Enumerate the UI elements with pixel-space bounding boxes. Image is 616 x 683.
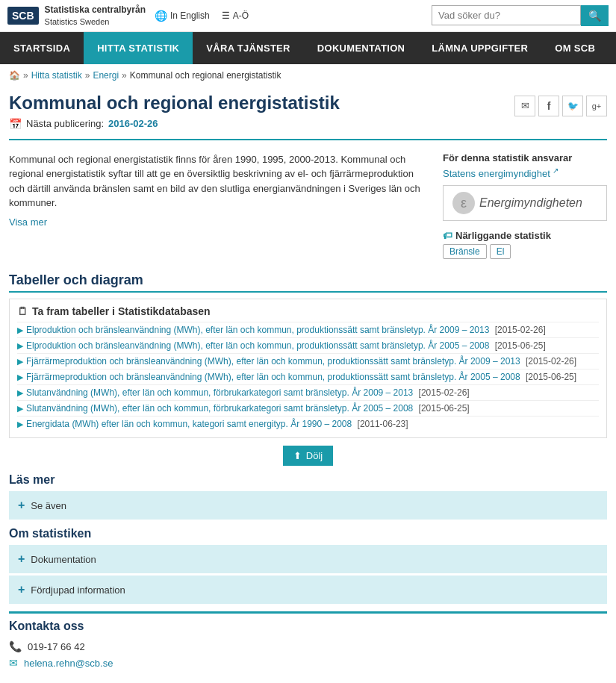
az-link[interactable]: ☰ A-Ö (222, 10, 249, 21)
facebook-icon[interactable]: f (538, 96, 559, 116)
logo-line1: Statistiska centralbyrån (45, 4, 146, 15)
logo-text: Statistiska centralbyrån Statistics Swed… (45, 4, 146, 27)
googleplus-icon[interactable]: g+ (586, 96, 607, 116)
arrow-icon-7: ▶ (17, 420, 23, 429)
nav-lamna-uppgifter[interactable]: LÄMNA UPPGIFTER (418, 32, 541, 64)
contact-title: Kontakta oss (9, 620, 607, 633)
stat-link-7: ▶ Energidata (MWh) efter län och kommun,… (17, 416, 599, 431)
main-description: Kommunal och regional energistatistik fi… (9, 152, 428, 259)
logo-abbr: SCB (7, 7, 39, 25)
stat-link-7-text[interactable]: Energidata (MWh) efter län och kommun, k… (26, 419, 352, 429)
page-header: Kommunal och regional energistatistik ✉ … (0, 87, 616, 133)
top-links: 🌐 In English ☰ A-Ö (155, 10, 423, 22)
contact-section: Kontakta oss 📞 019-17 66 42 ✉ helena.reh… (9, 611, 607, 669)
stat-link-3: ▶ Fjärrärmeproduktion och bränsleanvändn… (17, 353, 599, 369)
description-text: Kommunal och regional energistatistik fi… (9, 152, 428, 210)
stat-link-1: ▶ Elproduktion och bränsleanvändning (MW… (17, 322, 599, 337)
arrow-icon-6: ▶ (17, 404, 23, 414)
stat-link-6-text[interactable]: Slutanvändning (MWh), efter län och komm… (26, 403, 413, 414)
list-icon: ☰ (222, 10, 230, 21)
contact-phone: 📞 019-17 66 42 (9, 640, 607, 652)
publish-date: 2016-02-26 (108, 118, 158, 129)
fordjupad-accordion[interactable]: + Fördjupad information (9, 576, 607, 604)
sidebar-info: För denna statistik ansvarar Statens ene… (443, 152, 607, 259)
nav-om-scb[interactable]: OM SCB (541, 32, 609, 64)
org-logo-text: Energimyndigheten (479, 196, 582, 210)
stat-link-6-date: [2015-06-25] (419, 403, 470, 414)
las-mer-section: Läs mer + Se även (9, 473, 607, 520)
stat-link-4-text[interactable]: Fjärrärmeproduktion och bränsleanvändnin… (26, 372, 520, 382)
next-publish: 📅 Nästa publicering: 2016-02-26 (9, 118, 607, 130)
stat-link-1-date: [2015-02-26] (495, 325, 546, 335)
up-arrow-icon: ⬆ (293, 450, 302, 461)
visa-mer-link[interactable]: Visa mer (9, 215, 428, 230)
nav-vara-tjanster[interactable]: VÅRA TJÄNSTER (193, 32, 303, 64)
plus-icon-fordj: + (18, 583, 25, 596)
next-publish-label: Nästa publicering: (26, 118, 104, 129)
las-mer-title: Läs mer (9, 473, 607, 487)
breadcrumb: 🏠 » Hitta statistik » Energi » Kommunal … (0, 64, 616, 87)
arrow-icon-5: ▶ (17, 388, 23, 398)
stat-link-2: ▶ Elproduktion och bränsleanvändning (MW… (17, 337, 599, 353)
nearby-label-text: Närliggande statistik (455, 230, 551, 241)
email-link[interactable]: helena.rehn@scb.se (24, 658, 113, 669)
om-statistiken-title: Om statistiken (9, 527, 607, 540)
responsible-label: För denna statistik ansvarar (443, 152, 607, 163)
stat-link-5-date: [2015-02-26] (419, 387, 470, 398)
stat-link-4: ▶ Fjärrärmeproduktion och bränsleanvändn… (17, 369, 599, 384)
collapse-button[interactable]: ⬆ Dölj (283, 446, 333, 466)
plus-icon-se-aven: + (18, 499, 25, 512)
language-link[interactable]: 🌐 In English (155, 10, 210, 22)
arrow-icon-1: ▶ (17, 325, 23, 335)
stat-link-4-date: [2015-06-25] (526, 372, 576, 382)
db-section: 🗒 Ta fram tabeller i Statistikdatabasen … (9, 299, 607, 438)
home-icon[interactable]: 🏠 (9, 70, 20, 81)
se-aven-label: Se även (31, 500, 66, 511)
stat-link-6: ▶ Slutanvändning (MWh), efter län och ko… (17, 400, 599, 416)
stat-link-3-text[interactable]: Fjärrärmeproduktion och bränsleanvändnin… (26, 356, 520, 367)
nav-dokumentation[interactable]: DOKUMENTATION (304, 32, 419, 64)
stat-link-5-text[interactable]: Slutanvändning (MWh), efter län och komm… (26, 387, 413, 398)
breadcrumb-hitta-statistik[interactable]: Hitta statistik (31, 70, 82, 81)
email-share-icon[interactable]: ✉ (514, 96, 535, 116)
se-aven-accordion[interactable]: + Se även (9, 491, 607, 520)
arrow-icon-2: ▶ (17, 341, 23, 351)
search-input[interactable] (432, 5, 581, 25)
main-nav: STARTSIDA HITTA STATISTIK VÅRA TJÄNSTER … (0, 32, 616, 64)
search-area: 🔍 (432, 5, 609, 26)
db-icon: 🗒 (17, 305, 28, 317)
db-title: 🗒 Ta fram tabeller i Statistikdatabasen (17, 305, 599, 317)
tag-links: Bränsle El (443, 244, 607, 259)
external-link-icon: ↗ (553, 166, 559, 175)
email-icon: ✉ (9, 657, 18, 669)
org-logo-icon: ε (452, 192, 475, 214)
breadcrumb-energi[interactable]: Energi (93, 70, 119, 81)
breadcrumb-current: Kommunal och regional energistatistik (130, 70, 281, 81)
responsible-link[interactable]: Statens energimyndighet ↗ (443, 168, 559, 179)
tag-bransle[interactable]: Bränsle (443, 244, 487, 259)
phone-icon: 📞 (9, 640, 22, 652)
dokumentation-accordion[interactable]: + Dokumentation (9, 545, 607, 573)
stat-link-2-date: [2015-06-25] (495, 340, 546, 351)
contact-email: ✉ helena.rehn@scb.se (9, 657, 607, 669)
tables-section-title: Tabeller och diagram (0, 265, 616, 291)
stat-link-5: ▶ Slutanvändning (MWh), efter län och ko… (17, 384, 599, 400)
stat-link-1-text[interactable]: Elproduktion och bränsleanvändning (MWh)… (26, 325, 489, 335)
org-logo: ε Energimyndigheten (443, 185, 607, 221)
plus-icon-dok: + (18, 552, 25, 566)
nav-startsida[interactable]: STARTSIDA (0, 32, 84, 64)
tag-icon: 🏷 (443, 230, 452, 241)
stat-link-2-text[interactable]: Elproduktion och bränsleanvändning (MWh)… (26, 340, 489, 351)
fordjupad-label: Fördjupad information (31, 584, 125, 596)
om-statistiken-section: Om statistiken + Dokumentation + Fördjup… (9, 527, 607, 604)
tag-el[interactable]: El (490, 244, 511, 259)
stat-link-7-date: [2011-06-23] (358, 419, 408, 429)
nearby-stat: 🏷 Närliggande statistik Bränsle El (443, 230, 607, 259)
globe-icon: 🌐 (155, 10, 167, 22)
search-button[interactable]: 🔍 (581, 5, 609, 26)
nav-hitta-statistik[interactable]: HITTA STATISTIK (84, 32, 193, 64)
stat-link-3-date: [2015-02-26] (526, 356, 576, 367)
twitter-icon[interactable]: 🐦 (562, 96, 583, 116)
collapse-area: ⬆ Dölj (0, 446, 616, 466)
calendar-icon: 📅 (9, 118, 22, 130)
